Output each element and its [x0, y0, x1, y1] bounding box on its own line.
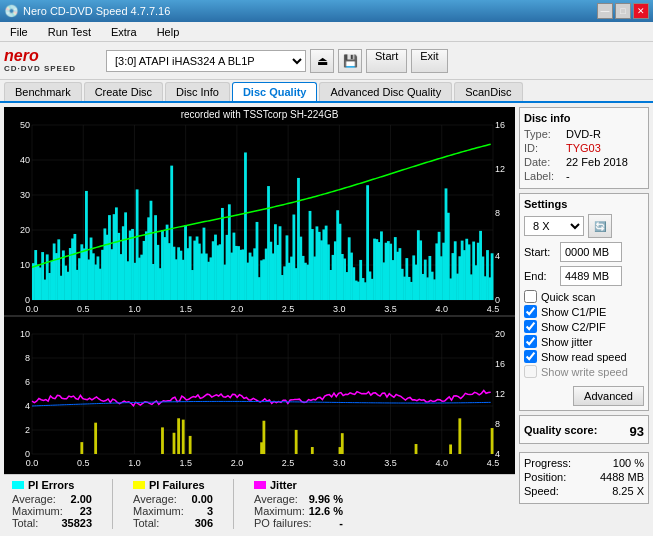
tab-benchmark[interactable]: Benchmark: [4, 82, 82, 101]
position-value: 4488 MB: [600, 471, 644, 483]
nero-logo: nero CD·DVD SPEED: [4, 48, 94, 73]
disc-label-value: -: [566, 170, 570, 182]
exit-button[interactable]: Exit: [411, 49, 447, 73]
show-c2pif-label: Show C2/PIF: [541, 321, 606, 333]
tab-scan-disc[interactable]: ScanDisc: [454, 82, 522, 101]
close-button[interactable]: ✕: [633, 3, 649, 19]
jitter-avg-value: 9.96 %: [309, 493, 343, 505]
tab-disc-info[interactable]: Disc Info: [165, 82, 230, 101]
maximize-button[interactable]: □: [615, 3, 631, 19]
drive-select[interactable]: [3:0] ATAPI iHAS324 A BL1P: [106, 50, 306, 72]
advanced-button[interactable]: Advanced: [573, 386, 644, 406]
pi-errors-avg-value: 2.00: [71, 493, 92, 505]
chart-area: recorded with TSSTcorp SH-224GB: [4, 107, 515, 474]
speed-select[interactable]: 8 X: [524, 216, 584, 236]
settings-box: Settings 8 X 🔄 Start: End: Quick scan: [519, 193, 649, 411]
chart-title: recorded with TSSTcorp SH-224GB: [181, 109, 339, 120]
title-bar: 💿 Nero CD-DVD Speed 4.7.7.16 — □ ✕: [0, 0, 653, 22]
position-label: Position:: [524, 471, 566, 483]
progress-value: 100 %: [613, 457, 644, 469]
save-button[interactable]: 💾: [338, 49, 362, 73]
pi-errors-color: [12, 481, 24, 489]
show-jitter-check[interactable]: [524, 335, 537, 348]
jitter-stats: Jitter Average: 9.96 % Maximum: 12.6 % P…: [254, 479, 343, 529]
id-value: TYG03: [566, 142, 601, 154]
stats-bar: PI Errors Average: 2.00 Maximum: 23 Tota…: [4, 474, 515, 533]
show-jitter-label: Show jitter: [541, 336, 592, 348]
pi-errors-avg-label: Average:: [12, 493, 56, 505]
main-content: recorded with TSSTcorp SH-224GB PI Error…: [0, 103, 653, 533]
quick-scan-label: Quick scan: [541, 291, 595, 303]
window-title: Nero CD-DVD Speed 4.7.7.16: [23, 5, 170, 17]
eject-button[interactable]: ⏏: [310, 49, 334, 73]
pi-failures-total-value: 306: [195, 517, 213, 529]
menu-run-test[interactable]: Run Test: [42, 24, 97, 40]
show-c1pie-check[interactable]: [524, 305, 537, 318]
date-value: 22 Feb 2018: [566, 156, 628, 168]
minimize-button[interactable]: —: [597, 3, 613, 19]
toolbar: nero CD·DVD SPEED [3:0] ATAPI iHAS324 A …: [0, 42, 653, 80]
jitter-max-label: Maximum:: [254, 505, 305, 517]
tab-create-disc[interactable]: Create Disc: [84, 82, 163, 101]
date-label: Date:: [524, 156, 562, 168]
pi-failures-stats: PI Failures Average: 0.00 Maximum: 3 Tot…: [133, 479, 213, 529]
speed-value: 8.25 X: [612, 485, 644, 497]
pi-failures-max-value: 3: [207, 505, 213, 517]
show-c1pie-label: Show C1/PIE: [541, 306, 606, 318]
progress-label: Progress:: [524, 457, 571, 469]
tab-disc-quality[interactable]: Disc Quality: [232, 82, 318, 101]
disc-label-label: Label:: [524, 170, 562, 182]
pi-failures-color: [133, 481, 145, 489]
start-input[interactable]: [560, 242, 622, 262]
pi-errors-label: PI Errors: [28, 479, 74, 491]
id-label: ID:: [524, 142, 562, 154]
pi-errors-max-value: 23: [80, 505, 92, 517]
quality-score-value: 93: [630, 424, 644, 439]
pi-failures-avg-label: Average:: [133, 493, 177, 505]
menu-bar: File Run Test Extra Help: [0, 22, 653, 42]
pi-errors-max-label: Maximum:: [12, 505, 63, 517]
pi-errors-total-label: Total:: [12, 517, 38, 529]
menu-file[interactable]: File: [4, 24, 34, 40]
show-write-speed-check[interactable]: [524, 365, 537, 378]
jitter-max-value: 12.6 %: [309, 505, 343, 517]
pi-failures-total-label: Total:: [133, 517, 159, 529]
progress-box: Progress: 100 % Position: 4488 MB Speed:…: [519, 452, 649, 504]
show-read-speed-check[interactable]: [524, 350, 537, 363]
jitter-label: Jitter: [270, 479, 297, 491]
jitter-avg-label: Average:: [254, 493, 298, 505]
end-input[interactable]: [560, 266, 622, 286]
app-icon: 💿: [4, 4, 19, 18]
speed-label: Speed:: [524, 485, 559, 497]
jitter-color: [254, 481, 266, 489]
start-button[interactable]: Start: [366, 49, 407, 73]
pi-failures-label: PI Failures: [149, 479, 205, 491]
show-c2pif-check[interactable]: [524, 320, 537, 333]
refresh-button[interactable]: 🔄: [588, 214, 612, 238]
end-label: End:: [524, 270, 556, 282]
pi-failures-avg-value: 0.00: [192, 493, 213, 505]
quick-scan-check[interactable]: [524, 290, 537, 303]
settings-title: Settings: [524, 198, 644, 210]
menu-extra[interactable]: Extra: [105, 24, 143, 40]
show-write-speed-label: Show write speed: [541, 366, 628, 378]
start-label: Start:: [524, 246, 556, 258]
jitter-po-label: PO failures:: [254, 517, 311, 529]
jitter-po-value: -: [339, 517, 343, 529]
tab-advanced-disc-quality[interactable]: Advanced Disc Quality: [319, 82, 452, 101]
pi-errors-stats: PI Errors Average: 2.00 Maximum: 23 Tota…: [12, 479, 92, 529]
type-value: DVD-R: [566, 128, 601, 140]
pi-errors-total-value: 35823: [61, 517, 92, 529]
disc-info-box: Disc info Type: DVD-R ID: TYG03 Date: 22…: [519, 107, 649, 189]
quality-box: Quality score: 93: [519, 415, 649, 444]
tab-bar: Benchmark Create Disc Disc Info Disc Qua…: [0, 80, 653, 103]
disc-info-title: Disc info: [524, 112, 644, 124]
pi-failures-max-label: Maximum:: [133, 505, 184, 517]
quality-score-label: Quality score:: [524, 424, 597, 439]
menu-help[interactable]: Help: [151, 24, 186, 40]
type-label: Type:: [524, 128, 562, 140]
side-panel: Disc info Type: DVD-R ID: TYG03 Date: 22…: [515, 103, 653, 533]
show-read-speed-label: Show read speed: [541, 351, 627, 363]
